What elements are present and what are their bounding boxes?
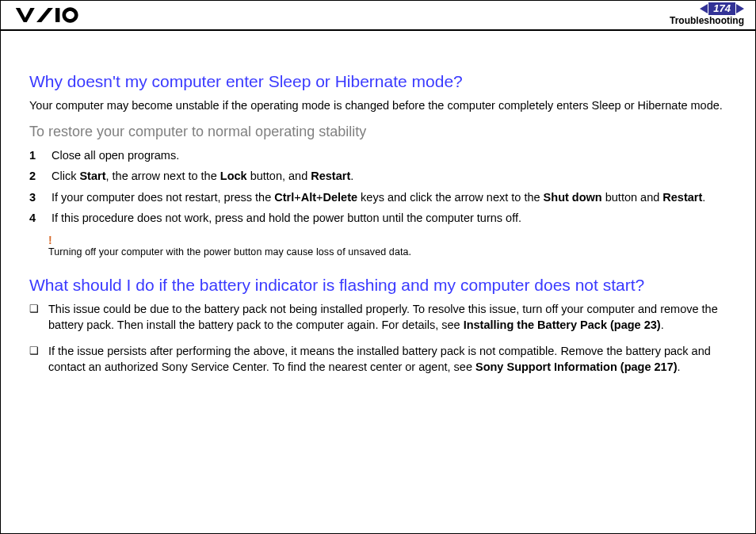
question-1-subhead: To restore your computer to normal opera…: [29, 123, 727, 141]
document-page: 174 Troubleshooting Why doesn't my compu…: [0, 0, 756, 534]
list-item: If the issue persists after performing t…: [48, 344, 727, 375]
warning-note: ! Turning off your computer with the pow…: [48, 235, 727, 258]
warning-icon: !: [48, 235, 727, 246]
step-number: 3: [29, 190, 44, 206]
bullet-list: This issue could be due to the battery p…: [29, 302, 727, 375]
link-sony-support[interactable]: Sony Support Information (page 217): [475, 360, 678, 373]
next-page-arrow-icon[interactable]: [736, 4, 744, 13]
page-nav: 174: [700, 1, 744, 17]
steps-list: 1 Close all open programs. 2 Click Start…: [29, 148, 727, 227]
step-text: If your computer does not restart, press…: [52, 191, 705, 204]
warning-text: Turning off your computer with the power…: [48, 246, 727, 258]
section-title: Troubleshooting: [670, 15, 744, 26]
link-installing-battery[interactable]: Installing the Battery Pack (page 23): [464, 318, 661, 331]
list-item: This issue could be due to the battery p…: [48, 302, 727, 333]
vaio-logo: [15, 6, 82, 25]
svg-rect-0: [55, 8, 59, 22]
step-item: 2 Click Start, the arrow next to the Loc…: [48, 169, 727, 185]
step-text: If this procedure does not work, press a…: [52, 212, 521, 224]
question-1-intro: Your computer may become unstable if the…: [29, 98, 727, 113]
step-number: 1: [29, 148, 44, 164]
page-header: 174 Troubleshooting: [1, 1, 755, 31]
step-item: 4 If this procedure does not work, press…: [48, 211, 727, 227]
step-item: 3 If your computer does not restart, pre…: [48, 190, 727, 206]
step-text: Close all open programs.: [52, 149, 179, 162]
page-number: 174: [708, 2, 735, 15]
step-item: 1 Close all open programs.: [48, 148, 727, 164]
page-content: Why doesn't my computer enter Sleep or H…: [1, 31, 755, 376]
question-2-heading: What should I do if the battery indicato…: [29, 274, 727, 296]
step-text: Click Start, the arrow next to the Lock …: [52, 170, 353, 182]
step-number: 2: [29, 169, 44, 185]
prev-page-arrow-icon[interactable]: [700, 4, 708, 13]
step-number: 4: [29, 211, 44, 227]
question-1-heading: Why doesn't my computer enter Sleep or H…: [29, 71, 727, 92]
